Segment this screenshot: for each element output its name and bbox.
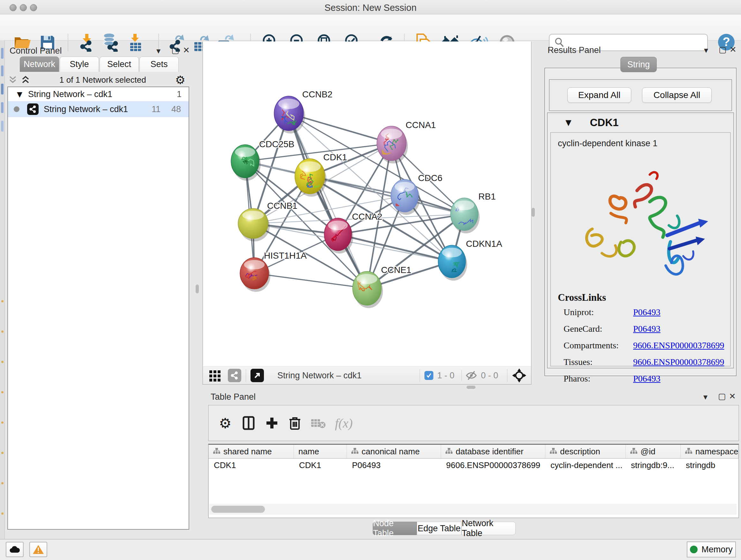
cloud-status-button[interactable]: [6, 542, 23, 557]
control-panel-menu-icon[interactable]: ▾: [156, 46, 160, 56]
network-node-hist1h1a[interactable]: [240, 258, 270, 292]
network-list: ▼ String Network – cdk1 1 String Network…: [7, 86, 189, 530]
table-cell: P06493: [347, 459, 441, 472]
control-panel-tabs: NetworkStyleSelectSets: [20, 57, 179, 71]
crosslink-value[interactable]: P06493: [633, 324, 661, 334]
table-cell: stringdb:9...: [626, 459, 681, 472]
delete-column-trash-icon[interactable]: [289, 416, 301, 430]
network-node-cdk1[interactable]: [295, 159, 327, 197]
memory-button[interactable]: Memory: [687, 542, 736, 557]
gene-collapse-icon[interactable]: ▼: [565, 118, 571, 127]
network-options-gear-icon[interactable]: ⚙: [175, 73, 185, 86]
network-node-ccnb2[interactable]: [274, 96, 305, 133]
tab-network[interactable]: Network: [20, 57, 59, 72]
tab-node-table[interactable]: Node Table: [373, 522, 417, 535]
dock-edge-mark: [1, 84, 3, 95]
dock-edge-mark: [1, 121, 3, 132]
node-label-cdkn1a: CDKN1A: [466, 239, 502, 249]
network-node-cdkn1a[interactable]: [438, 245, 467, 281]
table-panel-float-icon[interactable]: ▢: [718, 391, 726, 401]
memory-status-dot: [690, 546, 697, 553]
network-node-ccne1[interactable]: [353, 271, 383, 308]
table-hscrollbar[interactable]: [209, 504, 737, 515]
node-label-rb1: RB1: [478, 192, 495, 201]
column-header--id[interactable]: @id: [626, 445, 681, 458]
column-header-name[interactable]: name: [294, 445, 347, 458]
protein-structure-image: [560, 160, 720, 288]
crosslink-value[interactable]: P06493: [633, 307, 661, 317]
dock-edge-dot: [1, 482, 3, 484]
results-panel-menu-icon[interactable]: ▾: [704, 45, 708, 55]
network-edge[interactable]: [254, 273, 367, 288]
network-node-rb1[interactable]: [451, 198, 480, 233]
dock-edge-mark: [1, 48, 3, 59]
tab-style[interactable]: Style: [60, 57, 99, 72]
column-header-namespace[interactable]: namespace: [681, 445, 738, 458]
birdseye-grid-icon[interactable]: [208, 368, 222, 382]
network-node-ccna1[interactable]: [377, 126, 408, 164]
expand-all-button[interactable]: Expand All: [567, 87, 631, 103]
column-header-description[interactable]: description: [545, 445, 626, 458]
table-panel-menu-icon[interactable]: ▾: [703, 392, 708, 401]
tab-network-table[interactable]: Network Table: [461, 522, 516, 535]
horizontal-splitter-handle[interactable]: [467, 386, 475, 389]
open-in-window-icon[interactable]: [251, 369, 264, 382]
network-view-canvas[interactable]: CCNB2CCNA1CDC25BCDK1CDC6RB1CCNB1CCNA2CDK…: [202, 42, 532, 367]
tab-sets[interactable]: Sets: [139, 57, 179, 72]
right-splitter-handle[interactable]: [532, 208, 535, 217]
collapse-all-button[interactable]: Collapse All: [642, 87, 712, 103]
selected-nodes-checkbox[interactable]: [424, 371, 433, 380]
column-header-shared-name[interactable]: shared name: [209, 445, 294, 458]
collection-count: 1: [177, 89, 182, 99]
results-panel-close-icon[interactable]: ✕: [730, 45, 737, 55]
table-row[interactable]: CDK1CDK1P064939606.ENSP00000378699cyclin…: [209, 459, 738, 472]
left-splitter-handle[interactable]: [196, 285, 199, 294]
main-toolbar: ?: [0, 15, 741, 41]
shared-column-icon: [213, 447, 220, 456]
gene-description: cyclin-dependent kinase 1: [558, 138, 657, 148]
crosslink-label: Uniprot:: [563, 307, 633, 317]
crosslink-value[interactable]: 9606.ENSP00000378699: [633, 340, 724, 351]
show-columns-icon[interactable]: [242, 416, 255, 430]
table-panel-toolbar: ⚙ f(x): [208, 405, 739, 441]
node-label-hist1h1a: HIST1H1A: [264, 251, 307, 260]
dock-edge-strip: [0, 40, 5, 539]
results-tab-string[interactable]: String: [620, 57, 657, 72]
network-edge[interactable]: [289, 113, 367, 288]
hidden-eye-slash-icon: [466, 371, 478, 380]
tab-edge-table[interactable]: Edge Table: [417, 522, 461, 535]
collapse-all-icon[interactable]: [8, 75, 17, 84]
warnings-button[interactable]: [29, 542, 47, 557]
window-title: Session: New Session: [0, 3, 741, 13]
cloud-icon: [9, 546, 20, 553]
column-header-canonical-name[interactable]: canonical name: [347, 445, 441, 458]
table-options-gear-icon[interactable]: ⚙: [219, 415, 231, 431]
network-current-dot-icon: [14, 106, 19, 112]
crosslink-row: Uniprot:P06493: [563, 307, 726, 317]
delete-table-icon: [311, 417, 326, 429]
control-panel-close-icon[interactable]: ✕: [183, 45, 190, 55]
network-collection-row[interactable]: ▼ String Network – cdk1 1: [8, 87, 189, 101]
node-label-cdc25b: CDC25B: [259, 139, 294, 149]
shared-column-icon: [685, 447, 692, 456]
node-label-cdc6: CDC6: [418, 173, 442, 183]
table-panel-close-icon[interactable]: ✕: [729, 391, 736, 401]
results-panel-float-icon[interactable]: ▢: [719, 45, 727, 55]
crosslink-value[interactable]: P06493: [633, 374, 661, 384]
network-row-selected[interactable]: String Network – cdk1 11 48: [8, 101, 189, 117]
expand-all-icon[interactable]: [21, 75, 30, 84]
crosslink-value[interactable]: 9606.ENSP00000378699: [633, 357, 724, 367]
gene-header-row[interactable]: ▼ CDK1: [548, 113, 733, 132]
tab-select[interactable]: Select: [99, 57, 139, 72]
table-header-row: shared namenamecanonical namedatabase id…: [209, 445, 738, 459]
table-hscrollbar-thumb[interactable]: [211, 506, 265, 513]
column-header-database-identifier[interactable]: database identifier: [441, 445, 545, 458]
collection-expand-icon[interactable]: ▼: [17, 90, 22, 98]
results-gene-section: ▼ CDK1 cyclin-dependent kinase 1: [547, 112, 734, 368]
string-panel-toggle-icon[interactable]: [228, 369, 241, 382]
create-column-plus-icon[interactable]: [265, 416, 279, 430]
center-view-crosshair-icon[interactable]: [512, 368, 527, 383]
dock-edge-dot: [1, 422, 3, 424]
network-view-toolbar: String Network – cdk1 1 - 0 0 - 0: [202, 367, 532, 385]
control-panel-float-icon[interactable]: ▢: [172, 45, 179, 55]
